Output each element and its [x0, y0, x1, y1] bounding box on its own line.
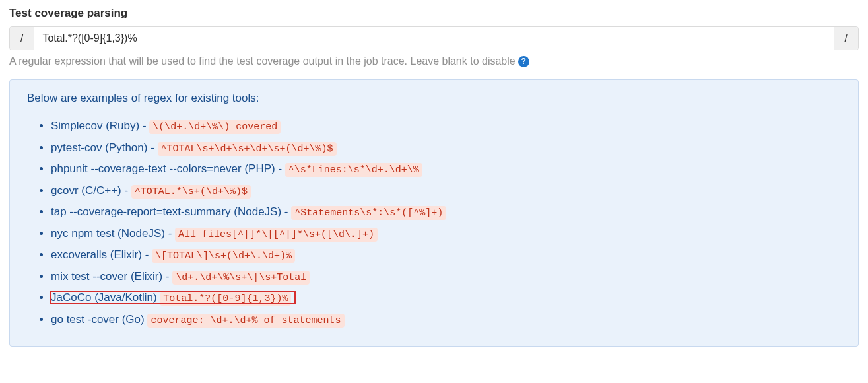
example-regex-code: ^\s*Lines:\s*\d+.\d+\% — [285, 163, 422, 177]
example-regex-code: coverage: \d+.\d+% of statements — [147, 314, 344, 328]
example-row: JaCoCo (Java/Kotlin) Total.*?([0-9]{1,3}… — [51, 291, 295, 304]
example-regex-code: \[TOTAL\]\s+(\d+\.\d+)% — [152, 249, 295, 263]
example-item: nyc npm test (NodeJS) - All files[^|]*\|… — [51, 223, 841, 245]
example-tool-name: Simplecov (Ruby) — [51, 120, 139, 132]
example-item: pytest-cov (Python) - ^TOTAL\s+\d+\s+\d+… — [51, 137, 841, 159]
example-separator: - — [147, 141, 157, 154]
example-regex-code: ^Statements\s*:\s*([^%]+) — [291, 206, 446, 220]
example-tool-name: go test -cover (Go) — [51, 313, 145, 326]
example-separator: - — [142, 248, 152, 261]
example-separator: - — [162, 270, 172, 283]
example-row: nyc npm test (NodeJS) - All files[^|]*\|… — [51, 227, 378, 240]
example-tool-name: nyc npm test (NodeJS) — [51, 227, 165, 240]
help-text: A regular expression that will be used t… — [9, 55, 859, 67]
example-regex-code: \(\d+.\d+\%\) covered — [149, 120, 281, 134]
coverage-regex-input[interactable] — [34, 27, 833, 50]
example-tool-name: JaCoCo (Java/Kotlin) — [51, 291, 157, 304]
example-row: phpunit --coverage-text --colors=never (… — [51, 162, 422, 175]
example-tool-name: gcovr (C/C++) — [51, 184, 121, 197]
example-regex-code: ^TOTAL.*\s+(\d+\%)$ — [131, 185, 251, 199]
example-regex-code: Total.*?([0-9]{1,3})% — [160, 292, 291, 306]
regex-prefix: / — [10, 27, 34, 50]
example-separator: - — [281, 205, 291, 218]
example-regex-code: ^TOTAL\s+\d+\s+\d+\s+(\d+\%)$ — [158, 142, 337, 156]
example-tool-name: mix test --cover (Elixir) — [51, 270, 162, 283]
example-item: Simplecov (Ruby) - \(\d+.\d+\%\) covered — [51, 116, 841, 137]
examples-list: Simplecov (Ruby) - \(\d+.\d+\%\) covered… — [27, 116, 841, 330]
example-item: JaCoCo (Java/Kotlin) Total.*?([0-9]{1,3}… — [51, 287, 841, 309]
example-row: pytest-cov (Python) - ^TOTAL\s+\d+\s+\d+… — [51, 141, 337, 154]
example-item: phpunit --coverage-text --colors=never (… — [51, 158, 841, 180]
regex-suffix: / — [834, 27, 858, 50]
example-row: tap --coverage-report=text-summary (Node… — [51, 205, 446, 218]
example-row: go test -cover (Go) coverage: \d+.\d+% o… — [51, 313, 345, 326]
example-regex-code: All files[^|]*\|[^|]*\s+([\d\.]+) — [175, 228, 378, 242]
example-row: mix test --cover (Elixir) - \d+.\d+\%\s+… — [51, 270, 310, 283]
examples-well: Below are examples of regex for existing… — [9, 79, 859, 347]
example-separator: - — [139, 120, 149, 132]
example-separator: - — [165, 227, 175, 240]
example-tool-name: pytest-cov (Python) — [51, 141, 147, 154]
regex-input-group: / / — [9, 26, 859, 50]
example-row: Simplecov (Ruby) - \(\d+.\d+\%\) covered — [51, 120, 281, 132]
example-tool-name: tap --coverage-report=text-summary (Node… — [51, 205, 281, 218]
example-tool-name: phpunit --coverage-text --colors=never (… — [51, 162, 275, 175]
help-text-content: A regular expression that will be used t… — [9, 55, 516, 67]
help-icon[interactable]: ? — [518, 56, 529, 67]
example-item: mix test --cover (Elixir) - \d+.\d+\%\s+… — [51, 266, 841, 288]
example-row: gcovr (C/C++) - ^TOTAL.*\s+(\d+\%)$ — [51, 184, 251, 197]
example-item: tap --coverage-report=text-summary (Node… — [51, 201, 841, 223]
examples-title: Below are examples of regex for existing… — [27, 92, 841, 105]
example-separator: - — [121, 184, 131, 197]
example-item: gcovr (C/C++) - ^TOTAL.*\s+(\d+\%)$ — [51, 180, 841, 202]
example-item: excoveralls (Elixir) - \[TOTAL\]\s+(\d+\… — [51, 244, 841, 266]
example-separator: - — [275, 162, 285, 175]
example-row: excoveralls (Elixir) - \[TOTAL\]\s+(\d+\… — [51, 248, 295, 261]
example-tool-name: excoveralls (Elixir) — [51, 248, 142, 261]
example-item: go test -cover (Go) coverage: \d+.\d+% o… — [51, 309, 841, 331]
section-label: Test coverage parsing — [9, 7, 859, 20]
example-regex-code: \d+.\d+\%\s+\|\s+Total — [172, 271, 310, 285]
